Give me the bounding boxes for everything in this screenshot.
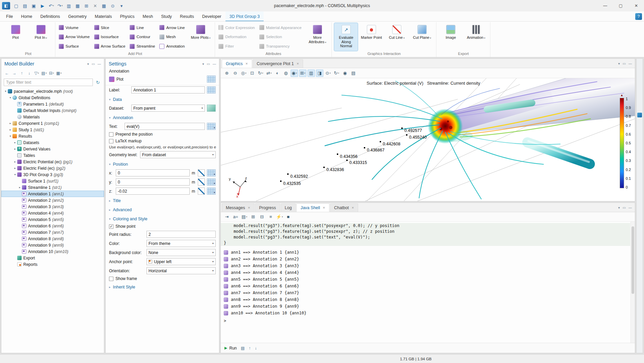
toolbar-icon[interactable]: ⊟ bbox=[48, 70, 55, 77]
graphics-toolbar-icon[interactable]: ◉ bbox=[291, 69, 298, 77]
ribbon-button[interactable]: Mesh bbox=[158, 32, 187, 42]
console-tab[interactable]: Log bbox=[281, 203, 296, 212]
tree-expander-icon[interactable]: ▸ bbox=[8, 122, 12, 125]
quick-access-button[interactable]: ▣ bbox=[30, 2, 38, 10]
quick-access-button[interactable]: ↷ bbox=[56, 2, 64, 10]
runbar-icon[interactable]: ▤ bbox=[241, 346, 244, 351]
ribbon-button[interactable]: Color Expression bbox=[217, 23, 257, 32]
ribbon-button[interactable]: Filter bbox=[217, 41, 257, 51]
tree-item[interactable]: Export bbox=[1, 255, 104, 261]
shell-scrollbar[interactable] bbox=[630, 222, 635, 343]
quick-access-button[interactable]: ▶ bbox=[38, 2, 47, 10]
ribbon-button[interactable]: Contour bbox=[129, 32, 157, 42]
expression-menu-button[interactable] bbox=[207, 169, 216, 176]
ribbon-button[interactable]: Evaluate Along Normal bbox=[334, 23, 358, 51]
collapsed-panel-icon[interactable] bbox=[637, 113, 642, 117]
annotation-text-input[interactable] bbox=[125, 123, 205, 130]
graphics-tab[interactable]: Convergence Plot 1 bbox=[253, 59, 303, 68]
section-header-coloring[interactable]: Coloring and Style bbox=[106, 214, 219, 223]
ribbon-tab[interactable]: File bbox=[2, 11, 17, 21]
color-select[interactable]: From theme bbox=[146, 240, 216, 247]
ribbon-tab[interactable]: Definitions bbox=[36, 11, 64, 21]
text-expression-menu-button[interactable] bbox=[207, 123, 216, 130]
panel-control-icon[interactable]: ▭ bbox=[623, 62, 626, 65]
graphics-toolbar-icon[interactable]: ⇄ bbox=[265, 69, 273, 77]
tree-item[interactable]: ▸ Component 1 (comp1) bbox=[1, 120, 104, 127]
section-header-advanced[interactable]: Advanced bbox=[106, 205, 219, 214]
panel-control-icon[interactable]: ▾ bbox=[87, 62, 89, 66]
ribbon-button[interactable]: Material Appearance bbox=[258, 23, 304, 32]
section-header-inherit-style[interactable]: Inherit Style bbox=[106, 282, 219, 291]
tree-item[interactable]: Annotation 3 (ann3) bbox=[1, 203, 104, 210]
tree-expander-icon[interactable]: ▸ bbox=[8, 128, 12, 131]
tree-item[interactable]: ▸ Streamline 1 (str1) bbox=[1, 184, 104, 191]
quick-access-button[interactable]: ▤ bbox=[21, 2, 29, 10]
ribbon-button[interactable]: Arrow Surface bbox=[93, 41, 128, 51]
tree-item[interactable]: Annotation 8 (ann8) bbox=[1, 235, 104, 242]
panel-control-icon[interactable]: ▾ bbox=[618, 206, 620, 210]
ribbon-button[interactable]: Surface bbox=[58, 41, 92, 51]
graphics-toolbar-icon[interactable]: ⊞ bbox=[299, 69, 306, 77]
coordinate-input[interactable] bbox=[116, 188, 190, 195]
edit-dataset-button[interactable] bbox=[207, 105, 216, 112]
ribbon-button[interactable]: Arrow Volume bbox=[58, 32, 92, 42]
range-graph-button[interactable] bbox=[198, 178, 205, 186]
graphics-toolbar-icon[interactable]: ⊕ bbox=[223, 69, 231, 77]
tree-item[interactable]: Annotation 10 (ann10) bbox=[1, 248, 104, 255]
tree-expander-icon[interactable]: ▸ bbox=[13, 147, 17, 150]
annotation-label-input[interactable] bbox=[131, 86, 205, 93]
ribbon-button[interactable]: Annotation bbox=[158, 41, 187, 51]
console-tab[interactable]: Java Shell bbox=[296, 203, 329, 212]
ribbon-button[interactable]: Image bbox=[439, 23, 462, 51]
tree-item[interactable]: Annotation 9 (ann9) bbox=[1, 242, 104, 248]
graphics-tab[interactable]: Graphics bbox=[222, 59, 252, 68]
range-graph-button[interactable] bbox=[198, 188, 205, 195]
panel-control-icon[interactable]: ▾ bbox=[203, 62, 204, 66]
ribbon-button[interactable]: Transparency bbox=[258, 41, 304, 51]
tree-item[interactable]: Parameters 1 (default) bbox=[1, 101, 104, 107]
runbar-icon[interactable]: ↑ bbox=[249, 346, 251, 351]
graphics-toolbar-icon[interactable]: ⊖ bbox=[232, 69, 239, 77]
console-toolbar-icon[interactable]: a= bbox=[232, 213, 239, 221]
tree-item[interactable]: Annotation 4 (ann4) bbox=[1, 210, 104, 216]
console-toolbar-icon[interactable]: ⇥ bbox=[223, 213, 231, 221]
ribbon-button[interactable]: Selection bbox=[258, 32, 304, 42]
tree-expander-icon[interactable]: ▾ bbox=[8, 135, 12, 138]
tree-item[interactable]: Default Model Inputs (cminpt) bbox=[1, 107, 104, 114]
tree-item[interactable]: Annotation 1 (ann1) bbox=[1, 191, 104, 197]
ribbon-tab[interactable]: Physics bbox=[116, 11, 138, 21]
ribbon-button[interactable]: Line bbox=[129, 23, 157, 32]
toolbar-icon[interactable]: ▽ bbox=[33, 70, 40, 77]
tree-expander-icon[interactable]: ▾ bbox=[3, 90, 8, 93]
window-control-button[interactable]: — bbox=[597, 0, 613, 11]
graphics-toolbar-icon[interactable]: ▥ bbox=[307, 69, 315, 77]
tree-item[interactable]: Materials bbox=[1, 114, 104, 120]
toolbar-icon[interactable]: ▤ bbox=[41, 70, 47, 77]
tree-item[interactable]: ▸ Electric Potential (ec) (pg1) bbox=[1, 159, 104, 165]
ribbon-tab[interactable]: Developer bbox=[198, 11, 225, 21]
panel-control-icon[interactable]: — bbox=[213, 62, 216, 66]
panel-control-icon[interactable]: — bbox=[628, 62, 632, 65]
tree-item[interactable]: Annotation 7 (ann7) bbox=[1, 229, 104, 235]
ribbon-tab[interactable]: Geometry bbox=[64, 11, 91, 21]
section-header-position[interactable]: Position bbox=[106, 159, 219, 168]
tree-item[interactable]: Annotation 5 (ann5) bbox=[1, 216, 104, 223]
ribbon-tab[interactable]: Mesh bbox=[139, 11, 157, 21]
tree-item[interactable]: Annotation 6 (ann6) bbox=[1, 223, 104, 229]
graphics-toolbar-icon[interactable]: ◍ bbox=[282, 69, 290, 77]
tree-item[interactable]: ▾ Global Definitions bbox=[1, 94, 104, 101]
tree-item[interactable]: ▸ Datasets bbox=[1, 139, 104, 146]
tree-item[interactable]: ▾ 3D Plot Group 3 (pg3) bbox=[1, 171, 104, 178]
ribbon-tab[interactable]: Results bbox=[176, 11, 198, 21]
console-toolbar-icon[interactable]: ■ bbox=[285, 213, 292, 221]
console-toolbar-icon[interactable]: ⚡ bbox=[276, 213, 283, 221]
panel-control-icon[interactable]: ▭ bbox=[623, 206, 626, 210]
quick-access-button[interactable]: ▦ bbox=[100, 2, 108, 10]
tree-item[interactable]: Reports bbox=[1, 261, 104, 268]
ribbon-button[interactable]: More Attributes bbox=[305, 23, 329, 51]
tree-expander-icon[interactable]: ▾ bbox=[13, 173, 17, 176]
panel-control-icon[interactable]: ▭ bbox=[92, 62, 95, 66]
console-toolbar-icon[interactable]: ⊞ bbox=[249, 213, 257, 221]
ribbon-button[interactable]: Streamline bbox=[129, 41, 157, 51]
console-tab[interactable]: Chatbot bbox=[330, 203, 358, 212]
